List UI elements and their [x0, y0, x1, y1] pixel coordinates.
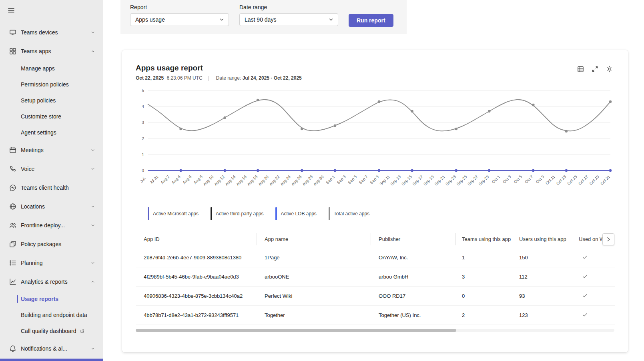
date-range-filter-group: Date range Last 90 days [239, 4, 338, 34]
report-filter-panel: Report Apps usage Date range Last 90 day… [120, 0, 407, 34]
sidebar-item-label: Frontline deploy... [21, 222, 90, 229]
devices-icon [9, 28, 17, 36]
export-to-excel-button[interactable] [574, 64, 586, 76]
table-row[interactable]: 4f2989bf-5b45-46be-9fab-e9baa04ae0d3arbo… [136, 267, 615, 287]
chevron-down-icon [90, 204, 95, 209]
sidebar-item-frontline-deploy[interactable]: Frontline deploy... [0, 216, 103, 235]
svg-text:Sep 27: Sep 27 [467, 174, 479, 186]
sidebar-item-planning[interactable]: Planning [0, 253, 103, 272]
svg-text:Aug 28: Aug 28 [301, 174, 313, 186]
checkmark-icon [582, 273, 588, 279]
horizontal-scrollbar-thumb[interactable] [136, 329, 456, 332]
chevron-down-icon [90, 261, 95, 265]
sidebar-item-teams-apps[interactable]: Teams apps [0, 42, 103, 60]
next-columns-button[interactable] [602, 233, 614, 245]
legend-label: Active third-party apps [216, 211, 263, 217]
sidebar-item-notifications-al[interactable]: Notifications & al... [0, 339, 103, 358]
sidebar-item-label: Locations [21, 203, 90, 210]
svg-text:Oct 13: Oct 13 [556, 174, 567, 186]
report-card: Apps usage report Oct 22, 2025 6:23:06 P… [122, 50, 628, 352]
sidebar-item-label: Manage apps [21, 65, 55, 72]
packages-icon [9, 240, 17, 248]
people-icon [9, 221, 17, 229]
svg-text:Aug 16: Aug 16 [235, 174, 247, 186]
svg-text:Oct 19: Oct 19 [588, 174, 600, 186]
teams-admin-center: Teams devicesTeams appsManage appsPermis… [0, 0, 644, 361]
sidebar-item-label: Voice [21, 166, 90, 172]
svg-text:Sep 3: Sep 3 [336, 174, 347, 185]
sidebar-item-agent-settings[interactable]: Agent settings [0, 124, 103, 140]
hamburger-menu-button[interactable] [0, 0, 15, 23]
report-settings-button[interactable] [603, 64, 615, 76]
external-link-icon [80, 329, 85, 334]
run-report-button[interactable]: Run report [349, 14, 393, 27]
checkmark-icon [582, 293, 588, 299]
column-header-app-id[interactable]: App ID [136, 231, 257, 248]
sidebar-item-label: Usage reports [21, 296, 58, 302]
sidebar-item-voice[interactable]: Voice [0, 159, 103, 178]
cell-publisher: Together (US) Inc. [371, 312, 455, 318]
sidebar-item-setup-policies[interactable]: Setup policies [0, 92, 103, 108]
svg-text:Sep 25: Sep 25 [455, 174, 467, 186]
hamburger-icon [7, 6, 15, 14]
apps-icon [9, 47, 17, 55]
chevron-up-icon [90, 49, 95, 54]
table-row[interactable]: 2b876f4d-2e6b-4ee7-9b09-8893808c13801Pag… [136, 248, 615, 267]
svg-text:Sep 29: Sep 29 [477, 174, 490, 186]
horizontal-scrollbar[interactable] [136, 329, 614, 332]
table-row[interactable]: 4bb78b71-d8e2-43a1-b272-93243fff9571Toge… [136, 306, 615, 325]
svg-text:5: 5 [142, 88, 144, 93]
report-filter-group: Report Apps usage [130, 4, 229, 34]
date-range-select[interactable]: Last 90 days [239, 13, 338, 26]
svg-text:Sep 19: Sep 19 [423, 174, 435, 186]
sidebar-item-locations[interactable]: Locations [0, 197, 103, 216]
table-row[interactable]: 40906836-4323-4bbe-875e-3cbb134c40a2Perf… [136, 287, 615, 306]
svg-text:Sep 23: Sep 23 [445, 174, 457, 186]
legend-item-active-lob-apps[interactable]: Active LOB apps [275, 207, 316, 220]
sidebar-item-customize-store[interactable]: Customize store [0, 108, 103, 124]
cell-app-id: 40906836-4323-4bbe-875e-3cbb134c40a2 [136, 293, 257, 299]
sidebar-item-label: Meetings [21, 147, 90, 153]
cell-teams-using-this-app: 0 [455, 293, 513, 299]
cell-users-using-this-app: 93 [513, 293, 571, 299]
chart-legend: Active Microsoft appsActive third-party … [148, 207, 615, 220]
svg-text:Jul...: Jul... [139, 174, 148, 184]
column-header-app-name[interactable]: App name [257, 231, 371, 248]
column-header-teams-using-this-app[interactable]: Teams using this app [455, 231, 513, 248]
chevron-right-icon [605, 236, 612, 243]
card-actions [574, 64, 615, 76]
sidebar-item-permission-policies[interactable]: Permission policies [0, 76, 103, 92]
legend-item-active-third-party-apps[interactable]: Active third-party apps [211, 207, 263, 220]
sidebar-item-building-and-endpoint-data[interactable]: Building and endpoint data [0, 307, 103, 323]
legend-color-bar [148, 207, 149, 220]
sidebar-item-teams-devices[interactable]: Teams devices [0, 23, 103, 42]
sidebar-item-meetings[interactable]: Meetings [0, 140, 103, 159]
sidebar-item-analytics-reports[interactable]: Analytics & reports [0, 272, 103, 291]
legend-item-active-microsoft-apps[interactable]: Active Microsoft apps [148, 207, 199, 220]
svg-text:Sep 1: Sep 1 [325, 174, 336, 185]
checkmark-icon [582, 254, 588, 260]
svg-text:Sep 11: Sep 11 [379, 174, 391, 186]
svg-text:Aug 24: Aug 24 [279, 174, 291, 186]
cell-app-id: 4bb78b71-d8e2-43a1-b272-93243fff9571 [136, 312, 257, 318]
svg-text:Sep 13: Sep 13 [389, 174, 401, 186]
report-select[interactable]: Apps usage [130, 13, 229, 26]
sidebar-item-label: Building and endpoint data [21, 312, 87, 318]
column-header-users-using-this-app[interactable]: Users using this app [513, 231, 571, 248]
sidebar-item-teams-client-health[interactable]: Teams client health [0, 178, 103, 197]
svg-text:Sep 21: Sep 21 [433, 174, 445, 186]
sidebar-item-usage-reports[interactable]: Usage reports [0, 291, 103, 307]
expand-report-button[interactable] [589, 64, 601, 76]
column-header-publisher[interactable]: Publisher [371, 231, 455, 248]
sidebar-item-policy-packages[interactable]: Policy packages [0, 235, 103, 253]
svg-text:Aug 6: Aug 6 [182, 174, 193, 185]
sidebar-nav: Teams devicesTeams appsManage appsPermis… [0, 23, 103, 358]
legend-item-total-active-apps[interactable]: Total active apps [329, 207, 369, 220]
sidebar-item-manage-apps[interactable]: Manage apps [0, 60, 103, 76]
table-header-row: App IDApp namePublisherTeams using this … [136, 231, 615, 248]
svg-text:Sep 9: Sep 9 [369, 174, 380, 185]
sidebar-item-label: Teams apps [21, 48, 90, 54]
sidebar-item-call-quality-dashboard[interactable]: Call quality dashboard [0, 323, 103, 339]
date-range-filter-label: Date range [239, 4, 338, 10]
cell-used-on-windows [571, 254, 615, 261]
